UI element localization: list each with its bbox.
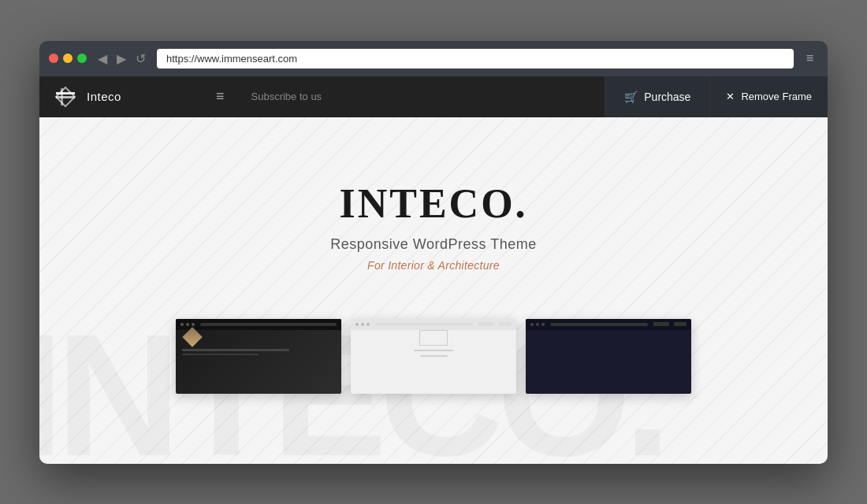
card2-dot-2 <box>361 323 364 326</box>
traffic-lights <box>49 54 87 63</box>
card3-dot-2 <box>536 323 539 326</box>
browser-window: ◀ ▶ ↺ ≡ Inteco ≡ Subscribe to us 🛒 Purch… <box>39 41 828 464</box>
card-dot-2 <box>186 323 189 326</box>
nav-buttons: ◀ ▶ ↺ <box>95 50 149 68</box>
card-dot-3 <box>192 323 195 326</box>
purchase-label: Purchase <box>644 91 690 103</box>
maximize-button[interactable] <box>77 54 87 63</box>
card2-body <box>351 330 516 357</box>
site-content: INTECO. INTECO. Responsive WordPress The… <box>39 117 828 464</box>
purchase-button[interactable]: 🛒 Purchase <box>605 76 710 117</box>
card2-dot-3 <box>367 323 370 326</box>
hero-tagline: For Interior & Architecture <box>367 259 500 272</box>
cart-icon: 🛒 <box>624 91 638 103</box>
preview-card-1[interactable] <box>176 319 341 394</box>
site-logo-icon <box>54 85 77 109</box>
forward-button[interactable]: ▶ <box>113 50 129 68</box>
card3-dot-3 <box>541 323 545 326</box>
card2-dot-1 <box>355 323 359 326</box>
preview-card-2[interactable] <box>351 319 516 394</box>
site-toolbar: Inteco ≡ Subscribe to us 🛒 Purchase ✕ Re… <box>39 76 828 117</box>
svg-rect-1 <box>56 96 75 98</box>
card2-header <box>351 319 516 330</box>
hero-content: INTECO. Responsive WordPress Theme For I… <box>39 117 828 303</box>
site-logo-area: Inteco <box>39 85 205 109</box>
hero-subtitle: Responsive WordPress Theme <box>330 236 536 253</box>
address-bar[interactable] <box>157 49 794 69</box>
browser-menu-button[interactable]: ≡ <box>802 50 818 67</box>
card-dot-1 <box>180 323 184 326</box>
card1-body <box>176 330 341 355</box>
hero-title: INTECO. <box>339 180 527 227</box>
preview-cards-row: Award Winning Interior Design <box>39 319 828 394</box>
card3-header <box>526 319 691 330</box>
close-button[interactable] <box>49 54 58 63</box>
close-x-icon: ✕ <box>726 91 735 102</box>
back-button[interactable]: ◀ <box>95 50 110 68</box>
refresh-button[interactable]: ↺ <box>132 50 149 68</box>
hamburger-button[interactable]: ≡ <box>205 76 236 117</box>
browser-chrome: ◀ ▶ ↺ ≡ <box>39 41 828 76</box>
subscribe-label: Subscribe to us <box>236 91 605 102</box>
card1-header <box>176 319 341 330</box>
preview-card-3[interactable]: Award Winning Interior Design <box>526 319 691 394</box>
minimize-button[interactable] <box>63 54 73 63</box>
card3-dot-1 <box>530 323 534 326</box>
remove-frame-button[interactable]: ✕ Remove Frame <box>710 76 828 117</box>
site-name-label: Inteco <box>87 90 121 103</box>
remove-frame-label: Remove Frame <box>741 91 812 102</box>
